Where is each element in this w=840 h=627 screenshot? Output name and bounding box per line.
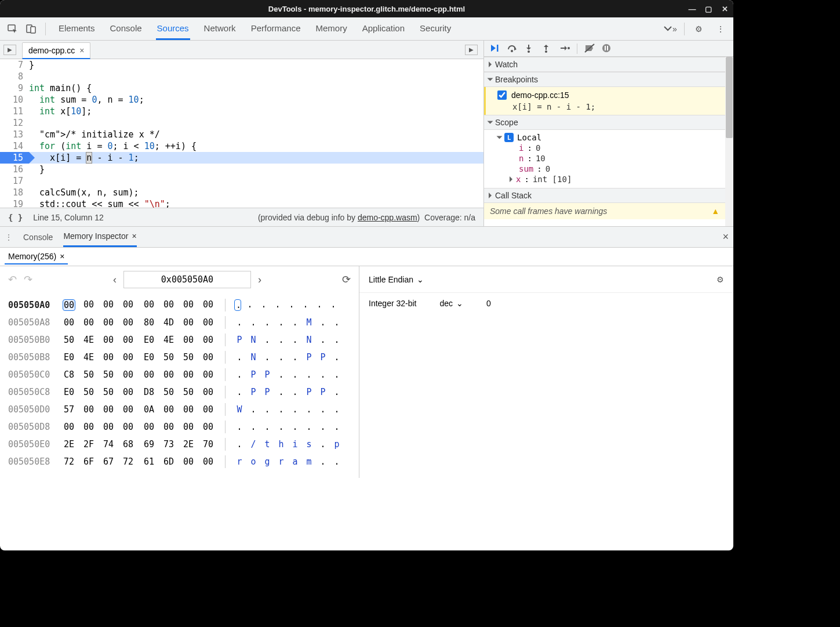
- svg-rect-3: [497, 45, 499, 52]
- hex-row[interactable]: 005050C0C850500000000000.PP.....: [8, 366, 353, 383]
- hex-row[interactable]: 005050A800000000804D0000.....M..: [8, 314, 353, 331]
- svg-rect-11: [607, 46, 608, 50]
- tab-memory[interactable]: Memory: [315, 17, 348, 40]
- hex-row[interactable]: 005050B0504E0000E04E0000PN...N..: [8, 331, 353, 349]
- svg-rect-2: [31, 27, 35, 33]
- window-minimize-icon[interactable]: —: [688, 5, 696, 13]
- resume-icon[interactable]: [490, 44, 500, 54]
- svg-point-7: [568, 47, 570, 49]
- source-file-name: demo-cpp.cc: [28, 46, 75, 55]
- drawer-tab-memory-inspector[interactable]: Memory Inspector×: [63, 227, 136, 247]
- memory-tab[interactable]: Memory(256)×: [5, 249, 68, 264]
- svg-point-4: [511, 50, 513, 52]
- source-file-tab[interactable]: demo-cpp.cc ×: [22, 42, 90, 59]
- pretty-print-icon[interactable]: { }: [8, 213, 23, 222]
- svg-point-6: [545, 50, 547, 53]
- cursor-position: Line 15, Column 12: [33, 213, 103, 222]
- breakpoints-section[interactable]: Breakpoints: [484, 72, 733, 87]
- tab-performance[interactable]: Performance: [250, 17, 302, 40]
- refresh-icon[interactable]: ⟳: [342, 273, 351, 286]
- scope-var-n[interactable]: n: 10: [510, 153, 729, 164]
- chevron-down-icon: ⌄: [456, 299, 463, 308]
- address-input[interactable]: [123, 271, 251, 288]
- watch-section[interactable]: Watch: [484, 57, 733, 72]
- tab-network[interactable]: Network: [203, 17, 237, 40]
- window-title: DevTools - memory-inspector.glitch.me/de…: [268, 5, 465, 13]
- history-forward-icon[interactable]: ↷: [24, 273, 32, 286]
- tab-sources[interactable]: Sources: [156, 17, 190, 40]
- toggle-navigator-icon[interactable]: ▶: [3, 45, 16, 55]
- chevron-down-icon: ⌄: [417, 275, 424, 284]
- page-prev-icon[interactable]: ‹: [113, 274, 117, 286]
- warning-icon: ▲: [711, 206, 719, 216]
- coverage-label: Coverage: n/a: [424, 213, 475, 222]
- tab-security[interactable]: Security: [419, 17, 452, 40]
- scope-section[interactable]: Scope: [484, 115, 733, 130]
- tab-application[interactable]: Application: [361, 17, 406, 40]
- step-icon[interactable]: [559, 44, 570, 54]
- toggle-debugger-icon[interactable]: ▶: [465, 45, 478, 55]
- svg-rect-10: [605, 46, 606, 50]
- page-next-icon[interactable]: ›: [258, 274, 261, 286]
- tab-elements[interactable]: Elements: [57, 17, 96, 40]
- value-format-dropdown[interactable]: dec ⌄: [440, 299, 464, 308]
- scope-var-x[interactable]: x: int [10]: [510, 174, 729, 184]
- scope-var-i[interactable]: i: 0: [510, 143, 729, 153]
- hex-row[interactable]: 005050D0570000000A000000W.......: [8, 401, 353, 418]
- close-icon[interactable]: ×: [132, 231, 136, 241]
- step-over-icon[interactable]: [507, 44, 518, 54]
- settings-gear-icon[interactable]: ⚙: [690, 21, 707, 37]
- endian-dropdown[interactable]: Little Endian ⌄: [369, 275, 424, 284]
- breakpoint-item[interactable]: demo-cpp.cc:15 x[i] = n - i - 1;: [484, 87, 725, 115]
- svg-point-5: [528, 50, 530, 53]
- step-into-icon[interactable]: [525, 44, 535, 54]
- close-tab-icon[interactable]: ×: [79, 46, 84, 55]
- svg-point-9: [602, 44, 610, 52]
- value-type-label: Integer 32-bit: [369, 299, 417, 308]
- memory-settings-icon[interactable]: ⚙: [717, 275, 724, 284]
- drawer-close-icon[interactable]: ×: [722, 231, 729, 243]
- device-toggle-icon[interactable]: [23, 21, 39, 37]
- drawer-tab-console[interactable]: Console: [23, 227, 53, 247]
- callstack-warning: Some call frames have warnings▲: [484, 203, 725, 219]
- history-back-icon[interactable]: ↶: [8, 273, 17, 286]
- hex-row[interactable]: 005050D80000000000000000........: [8, 418, 353, 436]
- value-display: 0: [486, 299, 491, 308]
- scope-local[interactable]: LLocal: [498, 132, 729, 143]
- tab-console[interactable]: Console: [109, 17, 143, 40]
- scope-var-sum[interactable]: sum: 0: [510, 164, 729, 174]
- hex-row[interactable]: 005050A00000000000000000........: [8, 296, 353, 314]
- window-maximize-icon[interactable]: ▢: [704, 5, 712, 13]
- callstack-section[interactable]: Call Stack: [484, 188, 733, 203]
- pause-exceptions-icon[interactable]: [602, 44, 612, 54]
- more-tabs-icon[interactable]: »: [662, 21, 678, 37]
- kebab-menu-icon[interactable]: ⋮: [712, 21, 729, 37]
- step-out-icon[interactable]: [542, 44, 552, 54]
- breakpoint-checkbox[interactable]: [497, 90, 507, 100]
- hex-row[interactable]: 005050B8E04E0000E0505000.N...PP.: [8, 349, 353, 366]
- hex-row[interactable]: 005050E8726F6772616D0000rogram..: [8, 453, 353, 470]
- hex-row[interactable]: 005050C8E0505000D8505000.PP..PP.: [8, 383, 353, 401]
- wasm-link[interactable]: demo-cpp.wasm: [358, 213, 417, 222]
- inspect-element-icon[interactable]: [5, 21, 21, 37]
- deactivate-bp-icon[interactable]: [584, 44, 595, 54]
- drawer-menu-icon[interactable]: ⋮: [5, 233, 13, 242]
- hex-row[interactable]: 005050E02E2F746869732E70./this.p: [8, 436, 353, 453]
- close-icon[interactable]: ×: [60, 252, 64, 261]
- window-close-icon[interactable]: ✕: [721, 5, 729, 13]
